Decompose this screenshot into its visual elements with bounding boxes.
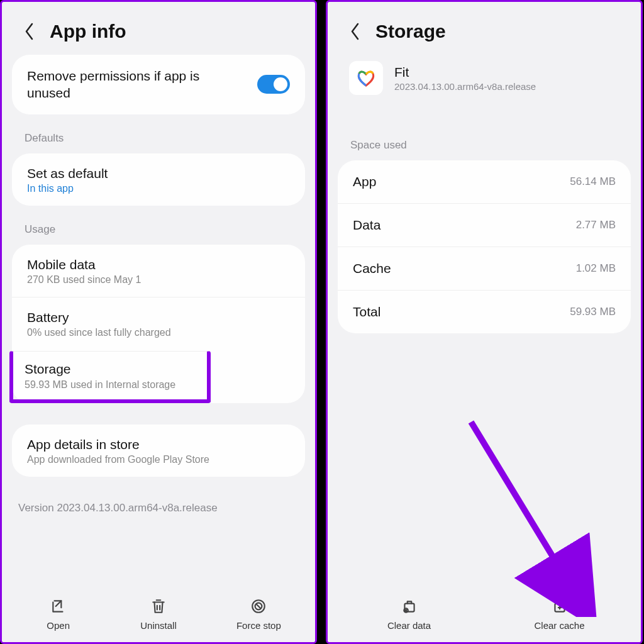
clear-cache-icon <box>552 598 568 616</box>
clear-data-icon <box>401 598 418 616</box>
toggle-switch[interactable] <box>257 75 290 94</box>
header: App info <box>2 2 315 55</box>
bottom-bar: Open Uninstall Force stop <box>2 587 315 642</box>
storage-row[interactable]: Storage 59.93 MB used in Internal storag… <box>9 351 211 402</box>
battery-sub: 0% used since last fully charged <box>27 327 290 338</box>
content: Remove permissions if app is unused Defa… <box>2 55 315 587</box>
page-title: Storage <box>375 21 446 42</box>
defaults-card: Set as default In this app <box>12 153 305 206</box>
defaults-section-label: Defaults <box>12 121 305 153</box>
space-used-label: Space used <box>338 108 631 160</box>
app-details-row[interactable]: App details in store App downloaded from… <box>12 425 305 477</box>
mobile-data-sub: 270 KB used since May 1 <box>27 274 290 286</box>
set-as-default-title: Set as default <box>27 165 290 182</box>
uninstall-button[interactable]: Uninstall <box>127 598 190 631</box>
app-size-label: App <box>353 174 376 189</box>
app-name: Fit <box>394 65 536 80</box>
clear-data-label: Clear data <box>387 620 431 631</box>
data-size-val: 2.77 MB <box>576 219 616 231</box>
app-meta: Fit 2023.04.13.00.arm64-v8a.release <box>394 65 536 92</box>
open-label: Open <box>47 620 70 631</box>
app-details-sub: App downloaded from Google Play Store <box>27 454 290 465</box>
content: Fit 2023.04.13.00.arm64-v8a.release Spac… <box>328 55 641 587</box>
cache-size-label: Cache <box>353 261 391 276</box>
force-stop-label: Force stop <box>236 620 281 631</box>
clear-cache-label: Clear cache <box>534 620 584 631</box>
set-as-default-row[interactable]: Set as default In this app <box>12 153 305 206</box>
version-text: Version 2023.04.13.00.arm64-v8a.release <box>12 483 305 527</box>
data-size-row: Data 2.77 MB <box>338 203 631 247</box>
total-size-val: 59.93 MB <box>570 306 616 318</box>
app-size-val: 56.14 MB <box>570 175 616 188</box>
header: Storage <box>328 2 641 55</box>
clear-data-button[interactable]: Clear data <box>378 598 441 631</box>
data-size-label: Data <box>353 218 380 233</box>
total-size-label: Total <box>353 304 380 319</box>
usage-card: Mobile data 270 KB used since May 1 Batt… <box>12 245 305 403</box>
trash-icon <box>150 598 167 616</box>
storage-screen: Storage Fit 2023.04.13.00.arm64-v8a.rele… <box>326 0 643 644</box>
fit-heart-icon <box>355 67 377 89</box>
bottom-bar: Clear data Clear cache <box>328 587 641 642</box>
forbid-icon <box>250 598 267 616</box>
space-used-card: App 56.14 MB Data 2.77 MB Cache 1.02 MB … <box>338 160 631 333</box>
clear-cache-button[interactable]: Clear cache <box>528 598 591 631</box>
permission-toggle-row[interactable]: Remove permissions if app is unused <box>12 55 305 114</box>
cache-size-row: Cache 1.02 MB <box>338 247 631 290</box>
app-details-title: App details in store <box>27 436 290 453</box>
mobile-data-title: Mobile data <box>27 256 290 273</box>
open-button[interactable]: Open <box>27 598 90 631</box>
app-icon <box>349 61 383 95</box>
app-version: 2023.04.13.00.arm64-v8a.release <box>394 81 536 92</box>
back-icon[interactable] <box>21 23 38 40</box>
total-size-row: Total 59.93 MB <box>338 290 631 333</box>
app-details-card: App details in store App downloaded from… <box>12 425 305 477</box>
cache-size-val: 1.02 MB <box>576 262 616 275</box>
storage-title: Storage <box>25 360 196 377</box>
storage-sub: 59.93 MB used in Internal storage <box>25 379 196 391</box>
permission-toggle-label: Remove permissions if app is unused <box>27 67 257 102</box>
force-stop-button[interactable]: Force stop <box>227 598 290 631</box>
app-header: Fit 2023.04.13.00.arm64-v8a.release <box>338 55 631 108</box>
back-icon[interactable] <box>347 23 364 40</box>
app-info-screen: App info Remove permissions if app is un… <box>0 0 317 644</box>
open-icon <box>50 598 67 616</box>
battery-row[interactable]: Battery 0% used since last fully charged <box>12 297 305 350</box>
app-size-row: App 56.14 MB <box>338 160 631 203</box>
usage-section-label: Usage <box>12 212 305 245</box>
set-as-default-sub: In this app <box>27 183 290 194</box>
battery-title: Battery <box>27 309 290 326</box>
uninstall-label: Uninstall <box>140 620 177 631</box>
mobile-data-row[interactable]: Mobile data 270 KB used since May 1 <box>12 245 305 297</box>
page-title: App info <box>50 21 126 42</box>
